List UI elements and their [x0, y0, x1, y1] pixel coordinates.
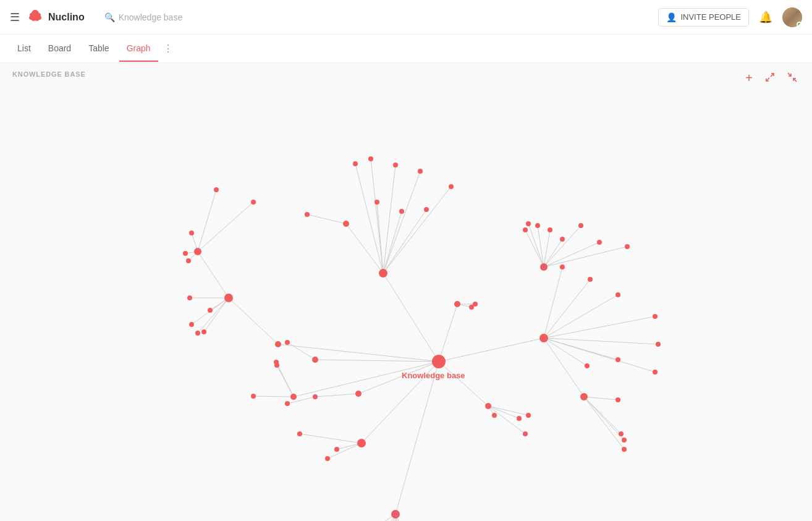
node: [368, 156, 373, 161]
node: [290, 394, 297, 400]
node: [251, 394, 256, 399]
brain-icon: [27, 9, 43, 26]
svg-line-56: [198, 252, 229, 298]
svg-line-65: [198, 298, 229, 333]
node: [418, 169, 423, 174]
avatar[interactable]: [782, 7, 802, 27]
node: [523, 431, 528, 436]
graph-canvas[interactable]: Knowledge base: [0, 63, 812, 521]
node: [560, 265, 565, 269]
node: [334, 447, 339, 452]
tab-table[interactable]: Table: [81, 36, 116, 62]
node: [625, 244, 630, 249]
hamburger-icon[interactable]: ☰: [10, 11, 20, 24]
node: [379, 269, 387, 277]
svg-line-64: [204, 298, 229, 332]
online-indicator: [797, 22, 802, 27]
node: [285, 401, 290, 406]
node: [535, 223, 540, 228]
svg-line-40: [528, 224, 544, 267]
svg-line-10: [439, 304, 457, 362]
svg-line-69: [276, 362, 294, 397]
node: [195, 331, 200, 336]
node: [297, 431, 302, 436]
center-node: [432, 355, 446, 368]
svg-line-16: [383, 211, 402, 273]
search-text: Knowledge base: [119, 12, 183, 22]
node: [201, 329, 206, 334]
svg-line-55: [229, 298, 278, 344]
node: [560, 237, 565, 242]
svg-line-8: [439, 362, 488, 406]
node: [492, 413, 497, 418]
svg-line-4: [383, 273, 439, 362]
svg-line-11: [315, 360, 439, 362]
tab-graph[interactable]: Graph: [119, 36, 158, 62]
header-right: 👤 INVITE PEOPLE 🔔: [658, 7, 802, 27]
node: [526, 221, 531, 226]
node: [469, 305, 474, 310]
svg-line-73: [584, 397, 624, 449]
svg-line-70: [584, 397, 618, 400]
node: [485, 403, 491, 409]
svg-line-9: [439, 338, 544, 362]
svg-line-22: [355, 164, 383, 273]
node: [274, 360, 279, 365]
svg-line-58: [198, 190, 216, 252]
graph-nodes[interactable]: [183, 156, 661, 521]
svg-line-18: [383, 187, 451, 273]
svg-line-25: [544, 338, 584, 397]
svg-line-33: [544, 267, 562, 338]
node: [357, 439, 366, 447]
svg-line-14: [346, 224, 383, 273]
main-content: KNOWLEDGE BASE +: [0, 63, 812, 521]
node: [615, 292, 620, 297]
node: [622, 447, 627, 452]
invite-label: INVITE PEOPLE: [680, 12, 741, 22]
logo-text: Nuclino: [48, 12, 85, 23]
svg-line-59: [198, 202, 253, 252]
svg-line-67: [253, 396, 294, 397]
nav-tabs: List Board Table Graph ⋮: [0, 35, 812, 63]
tab-board[interactable]: Board: [41, 36, 78, 62]
svg-line-46: [300, 434, 362, 443]
svg-line-21: [371, 159, 383, 273]
node: [580, 393, 588, 400]
svg-line-74: [287, 342, 315, 360]
more-options-icon[interactable]: ⋮: [161, 38, 176, 59]
node: [374, 200, 379, 205]
svg-line-49: [357, 514, 395, 521]
node: [305, 212, 310, 217]
node: [186, 258, 191, 263]
node: [312, 357, 318, 363]
svg-line-12: [278, 344, 439, 362]
node: [622, 438, 627, 443]
node: [187, 295, 192, 300]
node: [424, 207, 429, 212]
node: [523, 227, 528, 232]
svg-line-23: [307, 214, 346, 224]
node: [449, 184, 454, 189]
node: [183, 251, 188, 256]
node: [275, 341, 281, 347]
search-icon: 🔍: [104, 12, 115, 22]
node: [353, 161, 358, 166]
svg-line-38: [544, 247, 627, 267]
search-area[interactable]: 🔍 Knowledge base: [104, 12, 183, 22]
node: [343, 221, 349, 227]
tab-list[interactable]: List: [10, 36, 38, 62]
notification-icon[interactable]: 🔔: [759, 11, 772, 24]
graph-edges: [185, 159, 658, 521]
node: [355, 391, 362, 397]
node: [189, 231, 194, 235]
svg-line-32: [544, 279, 590, 338]
svg-line-30: [544, 316, 655, 338]
node: [615, 397, 620, 402]
invite-button[interactable]: 👤 INVITE PEOPLE: [658, 8, 749, 27]
node: [224, 294, 233, 302]
node: [585, 363, 590, 368]
node: [325, 456, 330, 461]
svg-line-47: [328, 443, 362, 459]
node: [548, 227, 552, 232]
logo-area[interactable]: Nuclino: [27, 9, 85, 26]
